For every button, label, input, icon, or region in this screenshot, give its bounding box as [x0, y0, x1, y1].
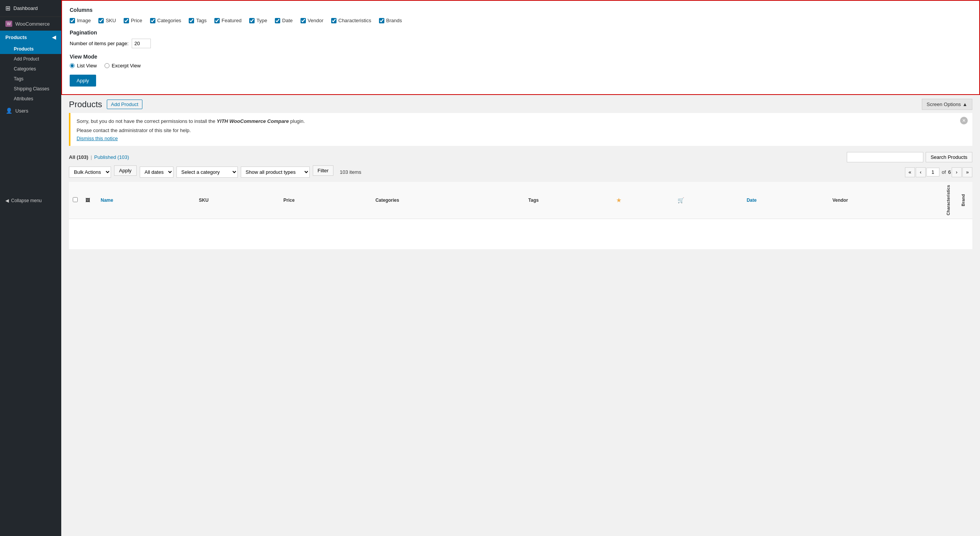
- permission-notice: ✕ Sorry, but you do not have the correct…: [69, 113, 972, 146]
- search-products-button[interactable]: Search Products: [926, 152, 972, 162]
- select-all-checkbox[interactable]: [73, 197, 78, 202]
- content-area: All (103) | Published (103) Search Produ…: [61, 152, 980, 250]
- col-checkbox-brands[interactable]: [379, 18, 384, 23]
- th-price: Price: [279, 182, 371, 219]
- dashboard-icon: ⊞: [5, 5, 10, 12]
- col-option-featured[interactable]: Featured: [214, 18, 242, 23]
- col-checkbox-tags[interactable]: [189, 18, 194, 23]
- items-count: 103 items: [340, 169, 361, 175]
- sidebar-item-woocommerce[interactable]: W WooCommerce: [0, 17, 61, 31]
- view-mode-list-radio[interactable]: [70, 63, 75, 68]
- products-table: 🖼 Name SKU Price Categories Tags ★ 🛒: [69, 182, 972, 250]
- col-checkbox-type[interactable]: [249, 18, 255, 23]
- add-product-button[interactable]: Add Product: [107, 100, 143, 109]
- view-mode-list[interactable]: List View: [70, 63, 97, 69]
- col-checkbox-featured[interactable]: [214, 18, 220, 23]
- th-brand: Brand: [957, 182, 972, 219]
- col-checkbox-characteristics[interactable]: [331, 18, 336, 23]
- col-checkbox-sku[interactable]: [98, 18, 104, 23]
- sidebar-sub-attributes[interactable]: Attributes: [0, 94, 61, 104]
- th-featured: ★: [612, 182, 674, 219]
- th-name-link[interactable]: Name: [101, 198, 113, 203]
- sidebar-sub-add-product[interactable]: Add Product: [0, 54, 61, 64]
- view-mode-heading: View Mode: [70, 54, 972, 60]
- chevron-up-icon: ▲: [962, 101, 967, 107]
- th-characteristics: Characteristics: [942, 182, 957, 219]
- search-row: Search Products: [847, 152, 972, 162]
- sidebar-arrow-icon: ◀: [52, 34, 56, 40]
- col-checkbox-categories[interactable]: [150, 18, 155, 23]
- table-row: [69, 219, 972, 249]
- col-option-image[interactable]: Image: [70, 18, 91, 23]
- col-checkbox-price[interactable]: [124, 18, 129, 23]
- th-vendor: Vendor: [828, 182, 942, 219]
- col-checkbox-vendor[interactable]: [301, 18, 306, 23]
- first-page-button[interactable]: «: [905, 167, 915, 177]
- current-page-input[interactable]: [926, 168, 939, 176]
- sidebar-products-header[interactable]: Products ◀: [0, 31, 61, 44]
- woocommerce-icon: W: [5, 21, 12, 27]
- th-sku: SKU: [195, 182, 280, 219]
- notice-text: Sorry, but you do not have the correct p…: [77, 118, 966, 125]
- characteristics-header-text: Characteristics: [946, 185, 951, 216]
- col-option-date[interactable]: Date: [275, 18, 292, 23]
- dates-select[interactable]: All dates: [140, 167, 173, 178]
- notice-text-line2: Please contact the administrator of this…: [77, 127, 966, 134]
- filter-button[interactable]: Filter: [313, 165, 334, 176]
- dismiss-notice-link[interactable]: Dismiss this notice: [77, 136, 118, 141]
- page-header: Products Add Product Screen Options ▲: [61, 95, 980, 113]
- th-image: 🖼: [82, 182, 97, 219]
- page-title-area: Products Add Product: [69, 100, 142, 109]
- sidebar-sub-products[interactable]: Products: [0, 44, 61, 54]
- product-types-select[interactable]: Show all product types: [241, 167, 310, 178]
- brand-header-text: Brand: [961, 194, 965, 206]
- screen-options-apply-button[interactable]: Apply: [70, 75, 96, 87]
- columns-heading: Columns: [70, 7, 972, 13]
- sidebar-sub-tags[interactable]: Tags: [0, 74, 61, 84]
- col-option-vendor[interactable]: Vendor: [301, 18, 323, 23]
- th-date[interactable]: Date: [743, 182, 828, 219]
- col-option-categories[interactable]: Categories: [150, 18, 181, 23]
- th-tags: Tags: [524, 182, 612, 219]
- tab-all[interactable]: All (103): [69, 154, 88, 160]
- col-option-price[interactable]: Price: [124, 18, 142, 23]
- screen-options-button[interactable]: Screen Options ▲: [922, 99, 972, 110]
- next-page-button[interactable]: ›: [952, 167, 962, 177]
- col-checkbox-image[interactable]: [70, 18, 75, 23]
- bulk-actions-select[interactable]: Bulk Actions: [69, 167, 111, 178]
- main-content: Columns Image SKU Price Categories Tags: [61, 0, 980, 536]
- col-option-characteristics[interactable]: Characteristics: [331, 18, 371, 23]
- pagination-row: Number of items per page:: [70, 39, 972, 48]
- th-type: 🛒: [674, 182, 743, 219]
- search-products-input[interactable]: [847, 152, 923, 162]
- col-checkbox-date[interactable]: [275, 18, 280, 23]
- view-mode-excerpt-radio[interactable]: [105, 63, 109, 68]
- col-option-tags[interactable]: Tags: [189, 18, 206, 23]
- sidebar-dashboard[interactable]: ⊞ Dashboard: [0, 0, 61, 17]
- sidebar-sub-shipping[interactable]: Shipping Classes: [0, 84, 61, 94]
- tabs-row: All (103) | Published (103) Search Produ…: [69, 152, 972, 162]
- collapse-menu[interactable]: ◀ Collapse menu: [0, 194, 61, 207]
- view-mode-section: View Mode List View Excerpt View: [70, 54, 972, 69]
- col-option-type[interactable]: Type: [249, 18, 267, 23]
- pagination-section: Pagination Number of items per page:: [70, 29, 972, 48]
- screen-options-panel: Columns Image SKU Price Categories Tags: [61, 0, 980, 95]
- th-date-link[interactable]: Date: [746, 198, 756, 203]
- sidebar-sub-categories[interactable]: Categories: [0, 64, 61, 74]
- th-name[interactable]: Name: [97, 182, 195, 219]
- columns-options-row: Image SKU Price Categories Tags Featured: [70, 18, 972, 23]
- users-icon: 👤: [5, 108, 12, 114]
- sidebar-item-users[interactable]: 👤 Users: [0, 104, 61, 118]
- bulk-apply-button[interactable]: Apply: [114, 165, 137, 176]
- last-page-button[interactable]: »: [962, 167, 972, 177]
- prev-page-button[interactable]: ‹: [916, 167, 926, 177]
- col-option-sku[interactable]: SKU: [98, 18, 116, 23]
- tab-published[interactable]: Published (103): [94, 154, 129, 160]
- items-per-page-input[interactable]: [132, 39, 151, 48]
- collapse-icon: ◀: [5, 198, 9, 203]
- notice-close-button[interactable]: ✕: [960, 117, 968, 124]
- col-option-brands[interactable]: Brands: [379, 18, 402, 23]
- category-select[interactable]: Select a category: [176, 167, 238, 178]
- view-mode-excerpt[interactable]: Excerpt View: [105, 63, 141, 69]
- th-checkbox[interactable]: [69, 182, 82, 219]
